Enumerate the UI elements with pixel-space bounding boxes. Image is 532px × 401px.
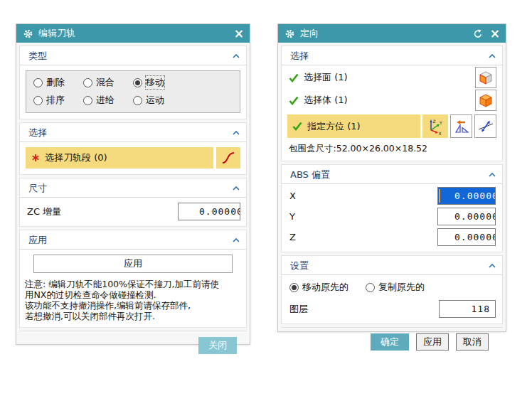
- apply-button[interactable]: 应用: [33, 255, 233, 273]
- x-offset-input[interactable]: 0.00000: [437, 187, 496, 205]
- specify-orientation-row: 指定方位 (1) ZYX: [287, 114, 496, 138]
- selection-group-header[interactable]: 选择: [20, 123, 246, 142]
- orient-body: 选择 选择面 (1): [278, 43, 506, 358]
- chevron-up-icon[interactable]: [488, 171, 496, 178]
- group-title: 选择: [28, 127, 232, 139]
- orient-titlebar[interactable]: 定向 ×: [278, 24, 506, 43]
- orient-dialog: 定向 × 选择 选择面 (1): [277, 23, 506, 332]
- abs-offset-group-header[interactable]: ABS 偏置: [282, 165, 502, 184]
- radio-icon[interactable]: [133, 96, 142, 105]
- radio-icon[interactable]: [33, 78, 43, 87]
- chevron-up-icon[interactable]: [488, 262, 496, 269]
- select-toolpath-label: 选择刀轨段 (0): [45, 151, 107, 164]
- group-title: 类型: [28, 50, 232, 63]
- close-icon[interactable]: ×: [490, 28, 500, 39]
- ok-button[interactable]: 确定: [371, 333, 409, 351]
- radio-delete[interactable]: 删除: [33, 76, 83, 89]
- selection-group-header[interactable]: 选择: [282, 46, 502, 65]
- gear-icon: [22, 28, 33, 39]
- layer-input[interactable]: 118: [439, 300, 496, 318]
- type-radio-box: 删除 混合 移动 排序 进给 运动: [26, 70, 240, 113]
- chevron-up-icon[interactable]: [232, 53, 240, 60]
- radio-icon[interactable]: [133, 78, 142, 87]
- radio-icon[interactable]: [366, 283, 375, 292]
- chevron-up-icon[interactable]: [232, 129, 240, 137]
- select-face-row[interactable]: 选择面 (1): [289, 67, 496, 88]
- orient-footer: 确定 应用 取消: [281, 327, 503, 358]
- bounding-box-size: 包围盒尺寸:52.00×26.00×18.52: [289, 143, 496, 155]
- radio-mix[interactable]: 混合: [83, 76, 133, 89]
- specify-orientation-label: 指定方位 (1): [307, 120, 361, 133]
- csys-button[interactable]: ZYX: [422, 114, 448, 138]
- edit-toolpath-dialog: 编辑刀轨 × 类型 删除 混合 移动 排序 进给: [16, 23, 250, 345]
- chevron-up-icon[interactable]: [232, 185, 240, 192]
- selection-group: 选择 选择刀轨段 (0): [19, 122, 247, 175]
- radio-motion[interactable]: 运动: [133, 94, 164, 107]
- dimension-group-header[interactable]: 尺寸: [20, 178, 246, 198]
- input-value: 118: [472, 304, 490, 314]
- check-icon: [289, 73, 299, 82]
- reset-icon[interactable]: [472, 28, 483, 39]
- y-offset-row: Y 0.00000: [289, 208, 496, 225]
- radio-icon[interactable]: [33, 96, 43, 105]
- zc-increment-input[interactable]: 0.00000: [178, 203, 240, 220]
- check-icon: [292, 122, 302, 131]
- text-caret: [439, 189, 440, 203]
- z-offset-input[interactable]: 0.00000: [437, 228, 496, 246]
- radio-row: 删除 混合 移动: [33, 76, 233, 89]
- gear-icon: [284, 28, 295, 39]
- layer-row: 图层 118: [289, 300, 496, 318]
- apply-button[interactable]: 应用: [416, 333, 449, 351]
- clipped-digit: 0: [492, 232, 495, 242]
- warning-note: 注意: 编辑刀轨不能100%保证不撞刀,加工前请使 用NX的过切检查命令做碰撞检…: [25, 279, 240, 321]
- radio-move[interactable]: 移动: [133, 76, 164, 89]
- radio-sort[interactable]: 排序: [33, 94, 83, 107]
- chevron-up-icon[interactable]: [488, 53, 496, 60]
- chevron-up-icon[interactable]: [232, 237, 240, 244]
- select-body-button[interactable]: [475, 90, 496, 111]
- y-offset-input[interactable]: 0.00000: [437, 208, 496, 225]
- vector-direction-button[interactable]: [474, 114, 496, 138]
- vector-arrows-icon: [477, 118, 494, 135]
- clipped-digit: 0: [237, 206, 240, 217]
- radio-label: 进给: [96, 94, 115, 107]
- svg-text:Y: Y: [439, 120, 442, 125]
- group-title: 设置: [290, 260, 488, 272]
- apply-group: 应用 应用 注意: 编辑刀轨不能100%保证不撞刀,加工前请使 用NX的过切检查…: [19, 230, 247, 328]
- radio-feed[interactable]: 进给: [83, 94, 133, 107]
- radio-icon[interactable]: [83, 78, 92, 87]
- specify-orientation[interactable]: 指定方位 (1): [287, 114, 420, 138]
- group-title: 选择: [290, 50, 488, 63]
- curve-select-button[interactable]: [216, 147, 240, 169]
- cancel-button[interactable]: 取消: [456, 333, 489, 351]
- reverse-direction-button[interactable]: [450, 114, 472, 138]
- note-line: 该功能不支持撤消操作,编辑前请保存部件,: [25, 300, 240, 311]
- type-group: 类型 删除 混合 移动 排序 进给 运动: [19, 46, 247, 119]
- input-value: 0.0000: [454, 191, 492, 201]
- group-title: 应用: [28, 234, 232, 247]
- close-icon[interactable]: ×: [234, 28, 244, 39]
- close-button[interactable]: 关闭: [198, 337, 237, 354]
- clipped-digit: 0: [492, 191, 495, 201]
- radio-icon[interactable]: [83, 96, 92, 105]
- dialog-title: 定向: [300, 27, 472, 40]
- select-face-button[interactable]: [475, 67, 496, 88]
- settings-group-header[interactable]: 设置: [282, 256, 502, 275]
- clipped-digit: 0: [492, 211, 495, 222]
- y-label: Y: [289, 211, 437, 222]
- z-label: Z: [289, 232, 437, 242]
- zc-increment-label: ZC 增量: [27, 205, 178, 218]
- input-value: 0.0000: [454, 232, 492, 242]
- radio-icon[interactable]: [289, 283, 299, 292]
- radio-label: 移动原先的: [302, 281, 349, 294]
- select-toolpath-segment[interactable]: 选择刀轨段 (0): [26, 147, 213, 169]
- radio-copy-original[interactable]: 复制原先的: [366, 281, 425, 294]
- check-icon: [289, 96, 299, 105]
- radio-move-original[interactable]: 移动原先的: [289, 281, 349, 294]
- edit-toolpath-titlebar[interactable]: 编辑刀轨 ×: [16, 24, 250, 43]
- select-body-row[interactable]: 选择体 (1): [289, 90, 496, 111]
- required-asterisk-icon: [31, 154, 40, 162]
- x-label: X: [289, 191, 437, 201]
- apply-group-header[interactable]: 应用: [20, 230, 246, 250]
- type-group-header[interactable]: 类型: [20, 46, 246, 65]
